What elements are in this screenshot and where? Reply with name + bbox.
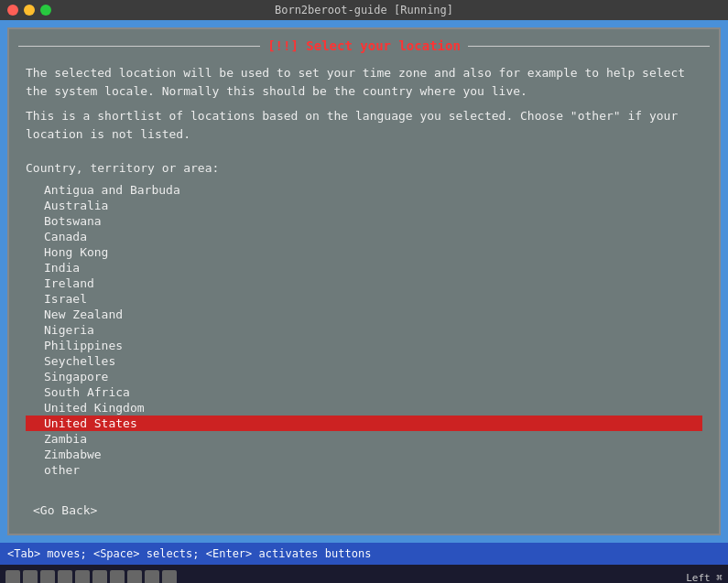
list-item[interactable]: Nigeria — [26, 322, 702, 338]
taskbar-icon-8[interactable] — [127, 570, 142, 583]
list-item[interactable]: New Zealand — [26, 307, 702, 322]
country-list[interactable]: Antigua and BarbudaAustraliaBotswanaCana… — [26, 182, 702, 489]
window-title: Born2beroot-guide [Running] — [275, 4, 453, 16]
go-back-button[interactable]: <Go Back> — [33, 503, 97, 517]
list-item[interactable]: Botswana — [26, 213, 702, 229]
dialog-body: The selected location will be used to se… — [18, 60, 710, 154]
minimize-button[interactable] — [24, 5, 35, 16]
taskbar: Left ⌘ — [0, 565, 728, 583]
list-item[interactable]: Seychelles — [26, 353, 702, 369]
taskbar-left — [5, 570, 177, 583]
taskbar-icon-7[interactable] — [110, 570, 125, 583]
body-paragraph-1: The selected location will be used to se… — [26, 64, 702, 100]
list-item[interactable]: Singapore — [26, 369, 702, 384]
list-item[interactable]: other — [26, 462, 702, 478]
taskbar-icons — [5, 570, 177, 583]
status-text: <Tab> moves; <Space> selects; <Enter> ac… — [7, 547, 371, 560]
list-item[interactable]: India — [26, 260, 702, 275]
list-item[interactable]: Australia — [26, 198, 702, 213]
list-item[interactable]: United Kingdom — [26, 400, 702, 416]
dialog-box: [!!] Select your location The selected l… — [18, 38, 710, 524]
go-back-area[interactable]: <Go Back> — [18, 496, 710, 524]
list-item[interactable]: Zambia — [26, 431, 702, 447]
taskbar-icon-10[interactable] — [162, 570, 177, 583]
title-line-left — [18, 46, 260, 47]
dialog-title: [!!] Select your location — [260, 38, 468, 53]
body-paragraph-2: This is a shortlist of locations based o… — [26, 107, 702, 143]
list-item[interactable]: United States — [26, 416, 702, 431]
traffic-lights — [7, 5, 51, 16]
taskbar-icon-9[interactable] — [145, 570, 159, 583]
list-item[interactable]: Antigua and Barbuda — [26, 182, 702, 198]
list-item[interactable]: Hong Kong — [26, 244, 702, 260]
status-bar: <Tab> moves; <Space> selects; <Enter> ac… — [0, 543, 728, 565]
country-list-container[interactable]: Antigua and BarbudaAustraliaBotswanaCana… — [26, 182, 702, 489]
list-item[interactable]: Canada — [26, 229, 702, 244]
dialog-title-bar: [!!] Select your location — [18, 38, 710, 53]
list-item[interactable]: Ireland — [26, 275, 702, 291]
taskbar-icon-3[interactable] — [40, 570, 55, 583]
title-bar: Born2beroot-guide [Running] — [0, 0, 728, 20]
title-line-right — [468, 46, 710, 47]
maximize-button[interactable] — [40, 5, 51, 16]
close-button[interactable] — [7, 5, 18, 16]
taskbar-icon-2[interactable] — [23, 570, 38, 583]
list-label: Country, territory or area: — [26, 161, 702, 175]
taskbar-icon-1[interactable] — [5, 570, 20, 583]
taskbar-icon-6[interactable] — [92, 570, 107, 583]
taskbar-icon-4[interactable] — [58, 570, 72, 583]
taskbar-right-label: Left ⌘ — [686, 572, 723, 584]
taskbar-icon-5[interactable] — [75, 570, 90, 583]
terminal-area: [!!] Select your location The selected l… — [7, 27, 721, 535]
list-item[interactable]: Israel — [26, 291, 702, 307]
list-item[interactable]: Philippines — [26, 338, 702, 353]
list-item[interactable]: South Africa — [26, 384, 702, 400]
list-item[interactable]: Zimbabwe — [26, 447, 702, 462]
taskbar-right: Left ⌘ — [686, 572, 723, 584]
